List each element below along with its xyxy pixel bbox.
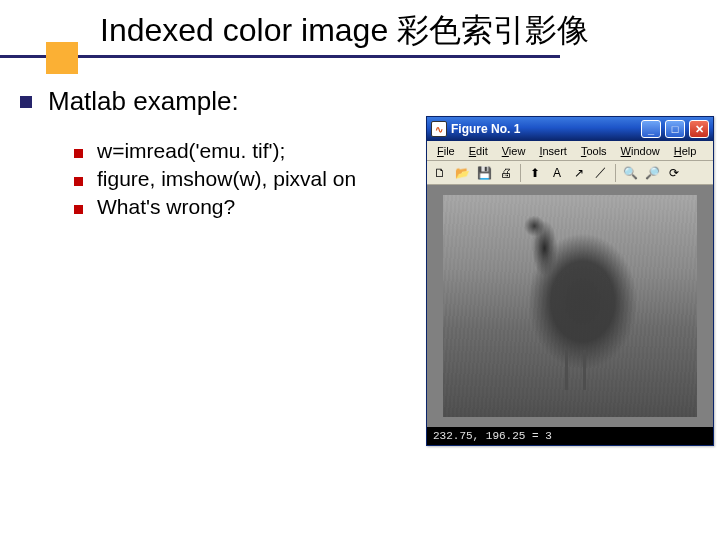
title-accent-square [46, 42, 78, 74]
list-item-text: What's wrong? [97, 195, 235, 219]
menu-file[interactable]: File [431, 144, 461, 158]
image-detail [565, 350, 568, 390]
menu-view[interactable]: View [496, 144, 532, 158]
line-tool-icon[interactable]: ／ [591, 163, 611, 183]
toolbar: 🗋 📂 💾 🖨 ⬆ A ↗ ／ 🔍 🔎 ⟳ [427, 161, 713, 185]
app-icon: ∿ [431, 121, 447, 137]
menu-tools[interactable]: Tools [575, 144, 613, 158]
image-display [443, 195, 697, 417]
menu-window[interactable]: Window [615, 144, 666, 158]
pointer-icon[interactable]: ⬆ [525, 163, 545, 183]
bullet-level1: Matlab example: [20, 86, 720, 117]
arrow-tool-icon[interactable]: ↗ [569, 163, 589, 183]
print-icon[interactable]: 🖨 [496, 163, 516, 183]
list-item-text: figure, imshow(w), pixval on [97, 167, 356, 191]
menu-edit[interactable]: Edit [463, 144, 494, 158]
slide-title: Indexed color image 彩色索引影像 [100, 10, 720, 50]
bullet-square-icon [20, 96, 32, 108]
pixval-statusbar: 232.75, 196.25 = 3 [427, 427, 713, 445]
window-titlebar[interactable]: ∿ Figure No. 1 _ □ ✕ [427, 117, 713, 141]
menu-help[interactable]: Help [668, 144, 703, 158]
maximize-button[interactable]: □ [665, 120, 685, 138]
slide-title-area: Indexed color image 彩色索引影像 [0, 0, 720, 58]
bullet-small-icon [74, 177, 83, 186]
open-file-icon[interactable]: 📂 [452, 163, 472, 183]
list-item-text: w=imread('emu. tif'); [97, 139, 285, 163]
new-file-icon[interactable]: 🗋 [430, 163, 450, 183]
window-title: Figure No. 1 [451, 122, 637, 136]
save-icon[interactable]: 💾 [474, 163, 494, 183]
menu-insert[interactable]: Insert [533, 144, 573, 158]
toolbar-separator [520, 164, 521, 182]
bullet-small-icon [74, 149, 83, 158]
close-button[interactable]: ✕ [689, 120, 709, 138]
bullet-small-icon [74, 205, 83, 214]
menu-bar: File Edit View Insert Tools Window Help [427, 141, 713, 161]
text-tool-icon[interactable]: A [547, 163, 567, 183]
minimize-button[interactable]: _ [641, 120, 661, 138]
figure-window: ∿ Figure No. 1 _ □ ✕ File Edit View Inse… [426, 116, 714, 446]
toolbar-separator [615, 164, 616, 182]
rotate-icon[interactable]: ⟳ [664, 163, 684, 183]
zoom-out-icon[interactable]: 🔎 [642, 163, 662, 183]
figure-canvas[interactable]: 232.75, 196.25 = 3 [427, 185, 713, 445]
zoom-in-icon[interactable]: 🔍 [620, 163, 640, 183]
heading-text: Matlab example: [48, 86, 239, 117]
